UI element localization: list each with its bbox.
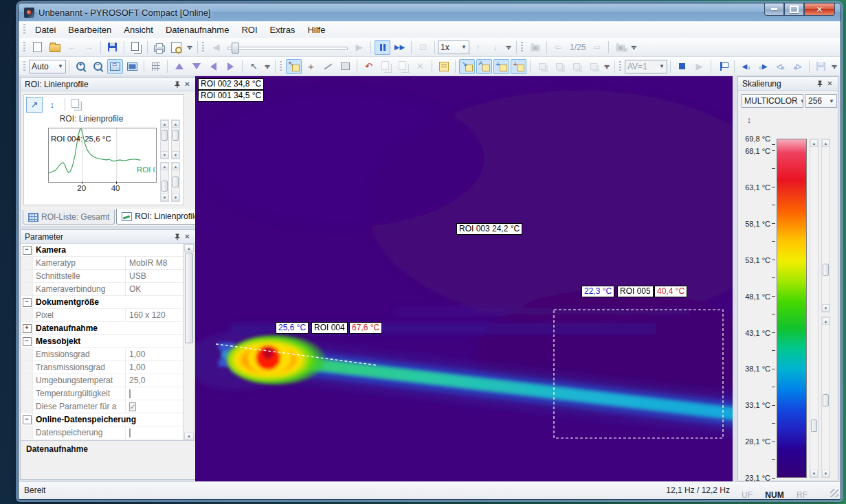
scroll-down-icon[interactable]: ▼ [810,470,818,477]
save-sequence-button[interactable] [813,59,829,74]
roi-label[interactable]: 25,6 °C [276,322,309,334]
flip-vertical-button[interactable] [223,59,238,74]
property-row[interactable]: Pixel160 x 120 [21,309,183,322]
palette-combo[interactable]: MULTICOLOR▼ [742,94,803,108]
chart-scrollbar-max-left[interactable]: ▲▼ [160,119,169,159]
scroll-down-icon[interactable]: ▼ [172,194,179,201]
save-button[interactable] [104,40,120,55]
roi-label[interactable]: 67,6 °C [349,322,382,334]
property-group-messobjekt[interactable]: −Messobjekt [21,335,183,348]
play-button[interactable]: ▶ [691,59,707,74]
snapshot-delete-button[interactable]: ✕ [612,40,628,55]
titlebar[interactable]: Unbenannt - PYROSOFT Compact [Online] ✕ [19,3,841,21]
playback-overflow[interactable]: ▬▾ [504,40,513,55]
chart-copy-button[interactable] [68,97,85,113]
maximize-button[interactable] [784,3,804,16]
print-button[interactable] [151,40,167,55]
scrollbar-thumb[interactable] [172,130,179,141]
roi-label[interactable]: ROI 004 [311,322,348,334]
chart-scrollbar-min-left[interactable]: ▲▼ [160,162,169,202]
open-button[interactable] [47,40,63,55]
roi-label[interactable]: 22,3 °C [581,286,614,297]
roi-list-edit-button[interactable] [436,59,452,74]
speed-up-button[interactable]: ↑ [470,40,486,55]
send-backward-button[interactable] [586,59,601,74]
checkbox-unchecked[interactable] [129,389,131,398]
roi-label[interactable]: ROI 002 34,8 °C [198,78,264,90]
scrollbar-thumb[interactable] [162,181,168,192]
flip-horizontal-button[interactable] [205,59,221,74]
show-labels-button[interactable]: A [476,59,492,74]
new-document-button[interactable] [30,40,45,55]
pause-button[interactable] [375,40,390,55]
fast-forward-button[interactable]: ▶▶ [392,40,408,55]
scrollbar-thumb[interactable] [172,176,179,187]
collapse-icon[interactable]: − [23,298,32,307]
menu-item-extras[interactable]: Extras [264,23,302,37]
scroll-down-icon[interactable]: ▼ [161,151,168,159]
property-group-kamera[interactable]: −Kamera [21,244,183,257]
roi-overflow[interactable]: ▬▾ [603,59,611,74]
chart-popout-button[interactable]: ↗ [26,97,43,113]
scroll-down-icon[interactable]: ▼ [822,470,830,477]
timeline-thumb[interactable] [232,43,239,54]
levels-combo[interactable]: 256▼ [805,94,837,108]
roi-paste-button[interactable] [395,59,411,74]
forward-button[interactable]: → [81,40,97,55]
roi-label[interactable]: ROI 005 [617,286,654,297]
speed-combo[interactable]: 1x▼ [438,41,469,54]
scroll-up-icon[interactable]: ▲ [184,244,194,252]
roi-label[interactable]: ROI 001 34,5 °C [198,90,264,102]
property-group-dokumentgröße[interactable]: −Dokumentgröße [21,296,183,309]
menu-item-bearbeiten[interactable]: Bearbeiten [62,23,118,37]
alarm-last-button[interactable]: ₀▶ [755,59,771,74]
show-roi-button[interactable]: ↘ [459,59,475,74]
scroll-up-icon[interactable]: ▲ [161,163,168,170]
property-row[interactable]: KameraverbindungOK [21,283,183,296]
scrollbar-thumb[interactable] [811,420,817,432]
property-row[interactable]: KameratypMobIR M8 [21,257,183,270]
snapshot-button[interactable] [527,40,543,55]
frame-next-button[interactable]: ▶ [351,40,367,55]
collapse-icon[interactable]: − [23,246,32,255]
property-row[interactable]: Diese Parameter für a✓ [21,400,183,413]
av-overflow[interactable]: ▬▾ [830,59,838,74]
send-to-back-button[interactable] [551,59,567,74]
goto-frame-button[interactable]: ⊡ [415,40,431,55]
pin-button[interactable] [814,78,825,89]
chart-scrollbar-min-right[interactable]: ▲▼ [171,162,180,202]
scroll-down-icon[interactable]: ▼ [822,304,830,312]
close-button[interactable]: ✕ [804,3,835,16]
property-grid-scrollbar[interactable]: ▲ ▼ [183,244,194,441]
menu-item-ansicht[interactable]: Ansicht [118,23,159,37]
parameter-panel-close-button[interactable]: ✕ [182,231,192,242]
scroll-up-icon[interactable]: ▲ [172,163,179,170]
scroll-up-icon[interactable]: ▲ [810,139,818,147]
checkbox-checked[interactable]: ✓ [129,402,136,411]
scale-panel-close-button[interactable]: ✕ [825,78,835,89]
scroll-down-icon[interactable]: ▼ [184,433,194,440]
pin-button[interactable] [172,79,182,89]
av-combo[interactable]: AV=1▼ [625,60,667,73]
roi-delete-button[interactable]: ✕ [412,59,428,74]
pointer-button[interactable]: ↖ [246,59,262,74]
roi-grip[interactable] [280,61,282,72]
rotate-left-button[interactable] [171,59,187,74]
menu-item-roi[interactable]: ROI [235,23,263,37]
property-row[interactable]: Transmissionsgrad1,00 [21,361,183,374]
scrollbar-thumb[interactable] [185,253,193,343]
chart-scrollbar-max-right[interactable]: ▲▼ [171,119,180,159]
snapshot-overflow[interactable]: ▬▾ [630,40,638,55]
view-overflow[interactable]: ▬▾ [263,59,271,74]
expand-icon[interactable]: + [23,324,32,333]
roi-select-button[interactable]: ↖ [286,59,302,74]
pin-button[interactable] [172,231,182,242]
scroll-up-icon[interactable]: ▲ [172,120,179,128]
roi-label[interactable]: 40,4 °C [654,286,687,297]
zoom-mode-combo[interactable]: Auto▼ [29,60,66,73]
show-max-button[interactable]: + [511,59,526,74]
snapshot-grip[interactable] [521,42,523,53]
roi-label[interactable]: ROI 003 24,2 °C [456,223,522,235]
image-next-button[interactable]: ⇨ [589,40,605,55]
resize-grip[interactable] [830,489,838,497]
